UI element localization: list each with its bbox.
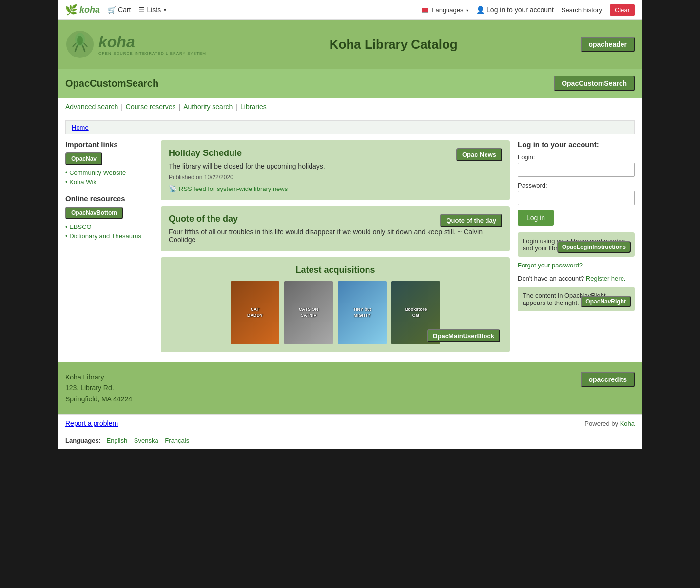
opacloginins-badge[interactable]: OpacLoginInstructions: [557, 241, 631, 253]
top-login-label: Log in to your account: [486, 6, 554, 14]
cart-link[interactable]: 🛒 Cart: [108, 6, 131, 14]
language-svenska[interactable]: Svenska: [134, 437, 158, 444]
opac-custom-search-badge[interactable]: OpacCustomSearch: [554, 76, 635, 91]
logo-small: 🌿 koha: [65, 4, 100, 16]
important-links-title: Important links: [65, 140, 153, 149]
header-banner: koha OPEN-SOURCE INTEGRATED LIBRARY SYST…: [58, 20, 642, 69]
library-name: Koha Library: [65, 372, 132, 382]
rss-label: RSS feed for system-wide library news: [179, 185, 288, 192]
footer-bottom: Report a problem Powered by Koha: [58, 414, 642, 432]
quote-badge[interactable]: Quote of the day: [440, 214, 502, 227]
powered-by-link[interactable]: Koha: [620, 420, 635, 427]
acquisitions-title: Latest acquisitions: [169, 265, 502, 275]
lists-label: Lists: [147, 6, 161, 14]
rss-icon: 📡: [169, 185, 177, 192]
footer-banner: Koha Library 123, Library Rd. Springfiel…: [58, 362, 642, 414]
opac-news-badge[interactable]: Opac News: [456, 148, 502, 161]
logo-brand: koha: [79, 5, 100, 15]
opacnavbottom-badge[interactable]: OpacNavBottom: [65, 207, 123, 219]
sep3: |: [235, 103, 237, 111]
koha-logo: koha OPEN-SOURCE INTEGRATED LIBRARY SYST…: [65, 30, 206, 59]
lists-dropdown-arrow: ▾: [164, 7, 166, 13]
search-history-label: Search history: [562, 6, 602, 14]
login-input[interactable]: [518, 163, 635, 177]
authority-search-link[interactable]: Authority search: [183, 103, 233, 111]
advanced-search-link[interactable]: Advanced search: [65, 103, 118, 111]
catalog-title: Koha Library Catalog: [330, 37, 458, 52]
news-title: Holiday Schedule: [169, 148, 502, 158]
svg-point-2: [77, 36, 83, 45]
register-text: Don't have an account? Register here.: [518, 275, 635, 282]
powered-by: Powered by Koha: [584, 420, 635, 427]
lists-link[interactable]: ☰ Lists ▾: [138, 6, 166, 14]
clear-button[interactable]: Clear: [610, 4, 635, 16]
koha-tagline: OPEN-SOURCE INTEGRATED LIBRARY SYSTEM: [98, 51, 206, 56]
login-panel-title: Log in to your account:: [518, 140, 635, 149]
opacnavright-badge[interactable]: OpacNavRight: [581, 296, 631, 307]
login-label: Login:: [518, 153, 635, 161]
opacnav-badge[interactable]: OpacNav: [65, 152, 102, 165]
language-english[interactable]: English: [107, 437, 128, 444]
top-login-link[interactable]: 👤 Log in to your account: [476, 6, 554, 14]
community-link[interactable]: Community Website: [69, 169, 126, 176]
password-input[interactable]: [518, 191, 635, 205]
koha-logo-icon: [65, 30, 95, 59]
leaf-icon: 🌿: [65, 4, 78, 16]
languages-bar: Languages: English Svenska Français: [58, 432, 642, 449]
cart-label: Cart: [118, 6, 131, 14]
book-title-3: TINY butMIGHTY: [351, 305, 373, 320]
search-history-link[interactable]: Search history: [562, 6, 602, 14]
address-line1: 123, Library Rd.: [65, 382, 132, 393]
nav-links: Advanced search | Course reserves | Auth…: [58, 98, 642, 115]
main-content: Home Important links OpacNav Community W…: [58, 115, 642, 362]
ebsco-link[interactable]: EBSCO: [69, 223, 92, 230]
course-reserves-link[interactable]: Course reserves: [126, 103, 176, 111]
center-main: Holiday Schedule The library will be clo…: [161, 140, 510, 352]
forgot-password-link[interactable]: Forgot your password?: [518, 262, 635, 269]
language-francais[interactable]: Français: [165, 437, 189, 444]
login-instructions: Login using your library card number and…: [518, 232, 635, 257]
top-bar: 🌿 koha 🛒 Cart ☰ Lists ▾ Languages ▾ 👤 Lo…: [58, 0, 642, 20]
breadcrumb: Home: [65, 120, 635, 134]
content-grid: Important links OpacNav Community Websit…: [65, 140, 635, 352]
login-button[interactable]: Log in: [518, 210, 554, 226]
breadcrumb-home[interactable]: Home: [72, 124, 89, 131]
powered-by-text: Powered by: [584, 420, 618, 427]
online-resources-title: Online resources: [65, 194, 153, 203]
sep2: |: [179, 103, 181, 111]
opacmainuserblock-badge[interactable]: OpacMainUserBlock: [427, 329, 500, 342]
news-published: Published on 10/22/2020: [169, 174, 502, 181]
custom-search-label: OpacCustomSearch: [65, 78, 158, 89]
book-title-1: CATDADDY: [245, 305, 265, 320]
report-problem-link[interactable]: Report a problem: [65, 419, 118, 427]
sep1: |: [121, 103, 123, 111]
online-resources-list: EBSCO Dictionary and Thesaurus: [65, 222, 153, 241]
quote-body: Four fifths of all our troubles in this …: [169, 228, 502, 244]
book-cover-1[interactable]: CATDADDY: [231, 281, 279, 344]
rss-link[interactable]: 📡 RSS feed for system-wide library news: [169, 185, 502, 192]
dictionary-link[interactable]: Dictionary and Thesaurus: [69, 232, 141, 240]
book-cover-3[interactable]: TINY butMIGHTY: [338, 281, 387, 344]
book-title-2: CATS ONCATNIP: [297, 305, 320, 320]
koha-logo-text: koha OPEN-SOURCE INTEGRATED LIBRARY SYST…: [98, 33, 206, 56]
footer-address: Koha Library 123, Library Rd. Springfiel…: [65, 372, 132, 404]
languages-label: Languages:: [65, 437, 101, 444]
languages-link[interactable]: Languages ▾: [422, 6, 469, 14]
important-links-list: Community Website Koha Wiki: [65, 168, 153, 187]
custom-search-bar: OpacCustomSearch OpacCustomSearch: [58, 69, 642, 98]
book-cover-2[interactable]: CATS ONCATNIP: [284, 281, 333, 344]
flag-icon: [422, 8, 428, 13]
opaccredits-badge[interactable]: opaccredits: [581, 372, 635, 387]
wiki-link[interactable]: Koha Wiki: [69, 178, 98, 186]
opacnavright-section: The content in OpacNavRight appears to t…: [518, 287, 635, 311]
book-title-4: BookstoreCat: [403, 305, 429, 320]
languages-dropdown-arrow: ▾: [466, 8, 468, 13]
login-panel: Log in to your account: Login: Password:…: [518, 140, 635, 352]
libraries-link[interactable]: Libraries: [240, 103, 267, 111]
address-line2: Springfield, MA 44224: [65, 394, 132, 404]
register-link[interactable]: Register here.: [586, 275, 626, 282]
opacheader-badge[interactable]: opacheader: [581, 37, 635, 52]
top-bar-left: 🌿 koha 🛒 Cart ☰ Lists ▾: [65, 4, 166, 16]
top-bar-right: Languages ▾ 👤 Log in to your account Sea…: [422, 4, 635, 16]
acquisitions-card: Latest acquisitions CATDADDY CATS ONCATN…: [161, 257, 510, 352]
